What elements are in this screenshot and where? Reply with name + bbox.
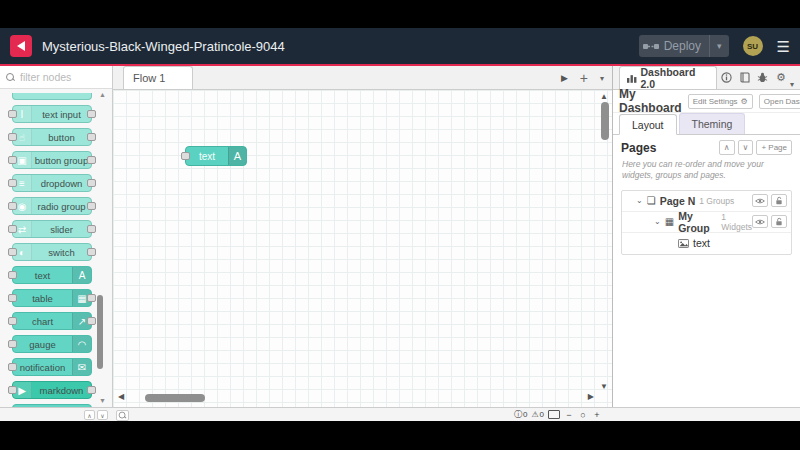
zoom-in-button[interactable]: + <box>592 410 602 420</box>
deploy-button[interactable]: Deploy ▾ <box>639 35 729 57</box>
palette-node-dropdown[interactable]: ≡dropdown <box>12 174 92 192</box>
palette-filter[interactable]: filter nodes <box>0 66 112 89</box>
canvas-scroll-left-icon[interactable]: ◀ <box>118 392 124 401</box>
node-input-port <box>8 133 17 141</box>
page-visibility-button[interactable] <box>752 194 768 207</box>
group-icon: ▦ <box>665 216 674 227</box>
palette-node-switch[interactable]: ◐switch <box>12 243 92 261</box>
canvas-scroll-down-icon[interactable]: ▼ <box>600 382 608 391</box>
tab-dashboard-2[interactable]: Dashboard 2.0 <box>619 66 717 89</box>
tab-layout[interactable]: Layout <box>619 114 677 135</box>
info-icon <box>721 72 732 83</box>
letterbox-top <box>0 0 800 28</box>
flow-tab-bar: Flow 1 ▶ + ▾ <box>113 66 612 90</box>
palette-node-label: gauge <box>13 339 72 350</box>
right-sidebar: Dashboard 2.0 ⚙ ▾ <box>612 66 800 407</box>
tab-theming[interactable]: Theming <box>679 113 746 134</box>
palette-node-label: button <box>32 132 91 143</box>
node-input-port <box>8 294 17 302</box>
palette-node-label: radio group <box>32 201 91 212</box>
node-input-port <box>8 340 17 348</box>
zoom-reset-button[interactable]: ○ <box>578 410 588 420</box>
palette-node-button-group[interactable]: ▣button group <box>12 151 92 169</box>
edit-settings-button[interactable]: Edit Settings ⚙ <box>688 94 753 109</box>
text-node-icon: A <box>228 147 246 165</box>
deploy-options-chevron-icon[interactable]: ▾ <box>709 35 729 57</box>
instance-title: Mysterious-Black-Winged-Pratincole-9044 <box>42 39 285 54</box>
main-menu-icon[interactable]: ☰ <box>777 39 790 54</box>
info-circle-icon: ⓘ <box>514 409 522 420</box>
palette-node-list: Itext input☝button▣button group≡dropdown… <box>0 89 112 407</box>
tree-row-page[interactable]: ⌄ ❏ Page N 1 Groups <box>622 191 791 212</box>
flow-list-chevron-icon[interactable]: ▾ <box>600 74 604 83</box>
tab-scroll-right-icon[interactable]: ▶ <box>561 73 568 83</box>
node-output-port <box>87 179 96 187</box>
page-lock-button[interactable] <box>771 194 787 207</box>
palette-collapse-up-button[interactable]: ∧ <box>84 410 95 420</box>
tree-row-group[interactable]: ⌄ ▦ My Group 1 Widgets <box>622 212 791 233</box>
palette-node-label: chart <box>13 316 72 327</box>
palette-node-text-input[interactable]: Itext input <box>12 105 92 123</box>
image-widget-icon <box>678 239 689 248</box>
canvas-node-text[interactable]: text A <box>185 146 247 166</box>
tab-config[interactable]: ⚙ <box>772 65 790 89</box>
screen: Mysterious-Black-Winged-Pratincole-9044 … <box>0 0 800 450</box>
canvas-search-button[interactable] <box>116 410 129 421</box>
add-page-button[interactable]: + Page <box>756 140 792 155</box>
tab-info[interactable] <box>717 65 735 89</box>
palette-node-chart[interactable]: chart↗ <box>12 312 92 330</box>
group-visibility-button[interactable] <box>752 215 768 228</box>
palette-scroll-up-icon[interactable]: ▲ <box>99 91 106 98</box>
workspace: Flow 1 ▶ + ▾ text A ▲ ▼ <box>113 66 612 407</box>
canvas-scroll-right-icon[interactable]: ▶ <box>588 392 594 401</box>
canvas-scroll-up-icon[interactable]: ▲ <box>600 92 608 101</box>
node-input-port <box>8 386 17 394</box>
pages-description: Here you can re-order and move your widg… <box>613 158 800 187</box>
flowfuse-logo-icon[interactable] <box>10 35 32 57</box>
palette-node-gauge[interactable]: gauge◠ <box>12 335 92 353</box>
sidebar-tabs-chevron-icon[interactable]: ▾ <box>790 80 794 89</box>
open-dashboard-button[interactable]: Open Dashboard ↗ <box>759 94 800 109</box>
node-input-port <box>8 271 17 279</box>
palette-node-notification[interactable]: notification✉ <box>12 358 92 376</box>
eye-icon <box>755 218 765 226</box>
palette-node-markdown[interactable]: ▶markdown <box>12 381 92 399</box>
flow-canvas[interactable]: text A ▲ ▼ ◀ ▶ <box>113 90 612 407</box>
palette-scrollbar[interactable] <box>97 295 103 369</box>
node-input-port <box>8 110 17 118</box>
canvas-horizontal-scrollbar[interactable] <box>145 394 205 402</box>
collapse-caret-icon[interactable]: ⌄ <box>654 217 661 226</box>
node-input-port[interactable] <box>181 152 190 160</box>
node-input-port <box>8 202 17 210</box>
warning-count[interactable]: ⚠0 <box>531 410 544 419</box>
tree-row-widget[interactable]: text <box>622 233 791 254</box>
palette-node-button[interactable]: ☝button <box>12 128 92 146</box>
palette-scroll-down-icon[interactable]: ▼ <box>99 397 106 404</box>
minimap-toggle-button[interactable] <box>548 410 560 419</box>
widget-count: 1 Widgets <box>721 212 752 232</box>
flow-tab[interactable]: Flow 1 <box>123 66 193 89</box>
user-avatar[interactable]: SU <box>743 36 763 56</box>
collapse-caret-icon[interactable]: ⌄ <box>636 196 643 205</box>
layout-theming-tabs: Layout Theming <box>613 113 800 135</box>
pages-header: Pages ∧ ∨ + Page <box>613 135 800 158</box>
palette-node-partial[interactable] <box>12 93 92 100</box>
group-lock-button[interactable] <box>771 215 787 228</box>
palette-collapse-down-button[interactable]: ∨ <box>97 410 108 420</box>
palette-node-table[interactable]: table▦ <box>12 289 92 307</box>
eye-icon <box>755 197 765 205</box>
zoom-out-button[interactable]: − <box>564 410 574 420</box>
palette-node-text[interactable]: textA <box>12 266 92 284</box>
palette-node-slider[interactable]: ⇄slider <box>12 220 92 238</box>
tab-help[interactable] <box>736 65 754 89</box>
move-page-down-button[interactable]: ∨ <box>738 140 754 155</box>
canvas-vertical-scrollbar[interactable] <box>601 102 609 140</box>
tab-debug[interactable] <box>754 65 772 89</box>
node-output-port <box>87 294 96 302</box>
palette-node-radio-group[interactable]: ◉radio group <box>12 197 92 215</box>
info-count[interactable]: ⓘ0 <box>514 409 527 420</box>
add-flow-button[interactable]: + <box>580 70 588 86</box>
move-page-up-button[interactable]: ∧ <box>719 140 735 155</box>
node-input-port <box>8 225 17 233</box>
palette-node-label: switch <box>32 247 91 258</box>
